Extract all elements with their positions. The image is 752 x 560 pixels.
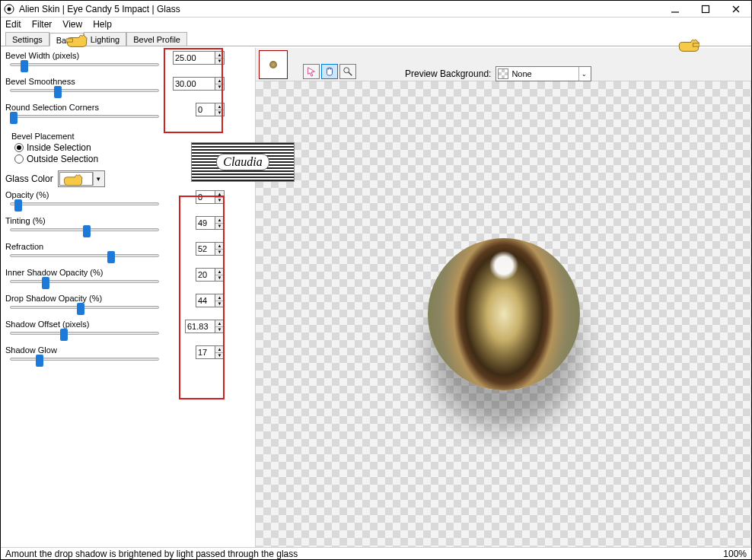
slider-thumb[interactable] — [77, 303, 84, 315]
row-refraction: Refraction ▲▼ — [5, 242, 252, 265]
tab-settings[interactable]: Settings — [5, 32, 49, 46]
spinner[interactable]: ▲▼ — [215, 268, 225, 282]
settings-panel: Bevel Width (pixels) ▲▼ Bevel Smoothness… — [1, 48, 255, 547]
input-inner-shadow[interactable] — [196, 268, 215, 282]
slider-thumb[interactable] — [107, 251, 115, 263]
glass-color-picker[interactable]: ▼ — [58, 170, 105, 187]
menu-edit[interactable]: Edit — [5, 19, 21, 30]
slider-thumb[interactable] — [42, 277, 49, 289]
row-bevel-width: Bevel Width (pixels) ▲▼ — [5, 51, 252, 74]
title-bar: Alien Skin | Eye Candy 5 Impact | Glass — [1, 1, 751, 18]
spinner[interactable]: ▲▼ — [215, 242, 225, 256]
spinner[interactable]: ▲▼ — [215, 294, 225, 307]
svg-point-1 — [8, 7, 11, 11]
preview-thumbnail[interactable] — [259, 50, 288, 79]
status-bar: Amount the drop shadow is brightened by … — [1, 547, 751, 559]
chevron-down-icon[interactable]: ▼ — [93, 172, 104, 186]
slider-thumb[interactable] — [83, 225, 91, 237]
row-inner-shadow: Inner Shadow Opacity (%) ▲▼ — [5, 268, 252, 291]
slider-thumb[interactable] — [14, 199, 22, 212]
spinner[interactable]: ▲▼ — [215, 51, 225, 65]
slider-refraction[interactable] — [10, 254, 159, 257]
label-preview-bg: Preview Background: — [405, 68, 491, 79]
svg-line-8 — [349, 72, 352, 75]
slider-thumb[interactable] — [36, 355, 43, 367]
row-drop-shadow: Drop Shadow Opacity (%) ▲▼ — [5, 294, 252, 317]
spinner[interactable]: ▲▼ — [215, 216, 225, 230]
slider-shadow-offset[interactable] — [10, 332, 159, 335]
spinner[interactable]: ▲▼ — [215, 190, 225, 204]
slider-thumb[interactable] — [60, 329, 68, 341]
close-button[interactable] — [721, 1, 751, 17]
label-bevel-placement: Bevel Placement — [11, 132, 252, 141]
tool-hand[interactable] — [321, 64, 338, 79]
preview-canvas[interactable] — [256, 81, 751, 547]
maximize-button[interactable] — [690, 1, 721, 17]
status-zoom: 100% — [723, 549, 747, 559]
input-round-corners[interactable] — [196, 103, 215, 116]
svg-rect-3 — [703, 5, 709, 12]
preview-object — [428, 238, 580, 390]
input-shadow-glow[interactable] — [196, 345, 215, 359]
slider-thumb[interactable] — [10, 112, 18, 124]
spinner[interactable]: ▲▼ — [215, 345, 225, 359]
input-refraction[interactable] — [196, 242, 215, 256]
row-round-corners: Round Selection Corners ▲▼ — [5, 103, 252, 126]
slider-round-corners[interactable] — [10, 115, 159, 118]
slider-drop-shadow[interactable] — [10, 306, 159, 309]
input-shadow-offset[interactable] — [185, 320, 215, 333]
tab-bevel-profile[interactable]: Bevel Profile — [126, 32, 187, 46]
tool-zoom[interactable] — [339, 64, 356, 79]
menu-filter[interactable]: Filter — [32, 19, 53, 30]
menu-view[interactable]: View — [62, 19, 82, 30]
app-icon — [4, 4, 14, 14]
checker-icon — [498, 68, 508, 79]
tool-pointer[interactable] — [303, 64, 320, 79]
chevron-down-icon[interactable]: ⌄ — [578, 67, 589, 81]
row-shadow-offset: Shadow Offset (pixels) ▲▼ — [5, 320, 252, 342]
slider-thumb[interactable] — [21, 60, 28, 72]
thumbnail-strip: Preview Background: None ⌄ — [256, 48, 751, 81]
color-swatch — [59, 172, 93, 186]
slider-opacity[interactable] — [10, 202, 159, 205]
row-shadow-glow: Shadow Glow ▲▼ — [5, 345, 252, 368]
slider-thumb[interactable] — [54, 86, 62, 98]
tab-basic[interactable]: Basic — [49, 33, 84, 46]
status-hint: Amount the drop shadow is brightened by … — [5, 549, 298, 559]
spinner[interactable]: ▲▼ — [215, 320, 225, 333]
slider-bevel-width[interactable] — [10, 63, 159, 66]
window-title: Alien Skin | Eye Candy 5 Impact | Glass — [19, 4, 660, 14]
slider-shadow-glow[interactable] — [10, 358, 159, 361]
minimize-button[interactable] — [660, 1, 690, 17]
input-drop-shadow[interactable] — [196, 294, 215, 307]
slider-bevel-smoothness[interactable] — [10, 89, 159, 92]
spinner[interactable]: ▲▼ — [215, 103, 225, 116]
tab-bar: Settings Basic Lighting Bevel Profile — [1, 31, 751, 46]
slider-inner-shadow[interactable] — [10, 280, 159, 283]
spinner[interactable]: ▲▼ — [215, 77, 225, 91]
watermark: Claudia — [191, 142, 295, 182]
input-bevel-width[interactable] — [173, 51, 215, 65]
svg-point-7 — [344, 68, 349, 73]
row-opacity: Opacity (%) ▲▼ — [5, 190, 252, 213]
row-bevel-smoothness: Bevel Smoothness ▲▼ — [5, 77, 252, 100]
label-glass-color: Glass Color — [5, 173, 53, 184]
menu-help[interactable]: Help — [93, 19, 112, 30]
preview-bg-select[interactable]: None ⌄ — [495, 66, 591, 81]
preview-panel: OK Cancel Preview Background: None ⌄ — [255, 48, 751, 547]
input-opacity[interactable] — [196, 190, 215, 204]
row-tinting: Tinting (%) ▲▼ — [5, 216, 252, 239]
input-tinting[interactable] — [196, 216, 215, 230]
menu-bar: Edit Filter View Help — [1, 18, 751, 31]
tab-lighting[interactable]: Lighting — [84, 32, 127, 46]
input-bevel-smoothness[interactable] — [173, 77, 215, 91]
